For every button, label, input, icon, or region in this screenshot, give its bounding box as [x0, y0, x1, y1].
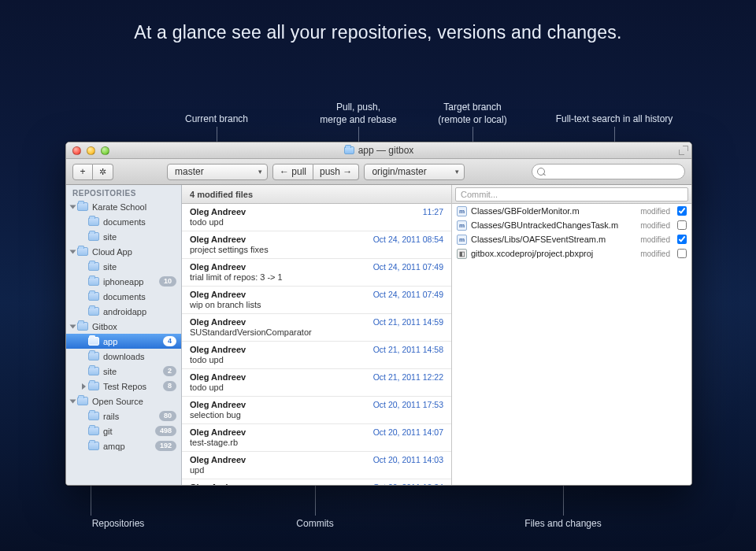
- toolbar: + ✲ master ← pull push → origin/master: [66, 159, 691, 185]
- commit-row[interactable]: Oleg Andreevwip on branch listsOct 24, 2…: [182, 287, 451, 314]
- fullscreen-icon[interactable]: [679, 146, 688, 155]
- count-badge: 8: [163, 381, 176, 391]
- commit-message: todo upd: [190, 383, 443, 392]
- callout-commits: Commits: [276, 517, 354, 530]
- file-name: Classes/GBFolderMonitor.m: [471, 206, 636, 216]
- disclosure-icon[interactable]: [70, 250, 76, 253]
- sidebar-item-label: rails: [103, 412, 159, 421]
- commit-row[interactable]: Oleg Andreevbranch listsOct 20, 2011 13:…: [182, 479, 451, 485]
- sidebar-item[interactable]: documents: [66, 214, 181, 229]
- commit-message: wip on branch lists: [190, 300, 443, 309]
- count-badge: 4: [163, 336, 176, 346]
- commit-row[interactable]: Oleg Andreevtrial limit of repos: 3 -> 1…: [182, 259, 451, 287]
- stage-checkbox[interactable]: [677, 206, 687, 216]
- sidebar-group[interactable]: Cloud App: [66, 244, 181, 259]
- sidebar-group-label: Cloud App: [92, 247, 176, 257]
- commit-time: 11:27: [423, 207, 443, 216]
- commit-message: selection bug: [190, 410, 443, 420]
- file-state: modified: [640, 207, 670, 216]
- sidebar-item[interactable]: androidapp: [66, 304, 181, 319]
- file-row[interactable]: mClasses/Libs/OAFSEventStream.mmodified: [452, 232, 691, 246]
- count-badge: 192: [155, 441, 176, 451]
- sidebar-item[interactable]: site: [66, 259, 181, 274]
- branch-select[interactable]: master: [167, 164, 268, 180]
- sidebar-item[interactable]: amqp192: [66, 438, 181, 453]
- commit-message: todo upd: [190, 355, 443, 364]
- sidebar-item-label: downloads: [103, 352, 176, 361]
- sidebar-item[interactable]: git498: [66, 423, 181, 438]
- commit-message: test-stage.rb: [190, 438, 443, 447]
- file-icon: m: [457, 206, 467, 216]
- disclosure-icon[interactable]: [70, 205, 76, 209]
- sidebar-item[interactable]: downloads: [66, 349, 181, 364]
- settings-button[interactable]: ✲: [93, 164, 113, 180]
- callout-repositories: Repositories: [75, 517, 161, 530]
- disclosure-icon[interactable]: [70, 399, 76, 403]
- file-state: modified: [640, 235, 670, 244]
- sidebar-item-label: site: [103, 232, 176, 242]
- file-name: Classes/Libs/OAFSEventStream.m: [471, 235, 636, 244]
- disclosure-icon[interactable]: [70, 324, 76, 328]
- commit-time: Oct 24, 2011 07:49: [373, 290, 443, 299]
- commit-time: Oct 21, 2011 12:22: [373, 372, 443, 382]
- callout-search: Full-text search in all history: [532, 113, 697, 125]
- callout-current-branch: Current branch: [165, 113, 268, 125]
- commit-message: todo upd: [190, 217, 443, 227]
- commit-row[interactable]: Oleg AndreevupdOct 20, 2011 14:03: [182, 452, 451, 479]
- sidebar-item[interactable]: Test Repos8: [66, 379, 181, 394]
- sidebar-item[interactable]: site2: [66, 364, 181, 379]
- sidebar-group[interactable]: Gitbox: [66, 319, 181, 334]
- file-row[interactable]: ◧gitbox.xcodeproj/project.pbxprojmodifie…: [452, 246, 691, 261]
- sidebar-item[interactable]: rails80: [66, 409, 181, 423]
- commit-row[interactable]: Oleg Andreevtodo updOct 21, 2011 14:58: [182, 342, 451, 369]
- sidebar-group[interactable]: Open Source: [66, 394, 181, 409]
- pull-button[interactable]: ← pull: [272, 164, 313, 180]
- sidebar-item[interactable]: site: [66, 229, 181, 244]
- file-state: modified: [640, 250, 670, 258]
- sidebar-item-label: git: [103, 427, 155, 436]
- folder-icon: [88, 307, 99, 316]
- stage-checkbox[interactable]: [677, 220, 687, 230]
- callout-target-branch: Target branch (remote or local): [421, 101, 524, 126]
- sidebar-item[interactable]: app4: [66, 334, 181, 349]
- commit-message: upd: [190, 465, 443, 475]
- stage-checkbox[interactable]: [677, 249, 687, 258]
- commit-time: Oct 21, 2011 14:58: [373, 345, 443, 354]
- sidebar-item-label: documents: [103, 292, 176, 301]
- file-icon: m: [457, 220, 467, 231]
- commit-time: Oct 21, 2011 14:59: [373, 317, 443, 327]
- sidebar-item[interactable]: iphoneapp10: [66, 274, 181, 289]
- file-row[interactable]: mClasses/GBUntrackedChangesTask.mmodifie…: [452, 218, 691, 232]
- file-name: Classes/GBUntrackedChangesTask.m: [471, 220, 636, 230]
- callout-pull-push: Pull, push, merge and rebase: [311, 101, 406, 126]
- commit-row[interactable]: Oleg Andreevproject settings fixesOct 24…: [182, 231, 451, 259]
- sidebar-group[interactable]: Karate School: [66, 199, 181, 214]
- commit-row[interactable]: Oleg Andreevtest-stage.rbOct 20, 2011 14…: [182, 424, 451, 452]
- sidebar-item-label: site: [103, 262, 176, 272]
- push-button[interactable]: push →: [313, 164, 359, 180]
- sidebar-group-label: Gitbox: [92, 322, 176, 331]
- file-row[interactable]: mClasses/GBFolderMonitor.mmodified: [452, 204, 691, 218]
- stage-checkbox[interactable]: [677, 235, 687, 244]
- search-input[interactable]: [532, 164, 685, 179]
- commit-row[interactable]: Oleg Andreevtodo upd11:27: [182, 204, 451, 231]
- commit-message: SUStandardVersionComparator: [190, 327, 443, 337]
- sidebar-item[interactable]: documents: [66, 289, 181, 304]
- target-branch-select[interactable]: origin/master: [364, 164, 465, 180]
- folder-icon: [88, 337, 99, 346]
- commit-message-input[interactable]: Commit...: [455, 187, 688, 202]
- disclosure-icon[interactable]: [82, 383, 86, 390]
- folder-icon: [344, 146, 354, 154]
- sidebar: REPOSITORIES Karate SchooldocumentssiteC…: [66, 185, 182, 485]
- folder-icon: [77, 322, 88, 331]
- titlebar[interactable]: app — gitbox: [66, 142, 691, 159]
- folder-icon: [88, 292, 99, 301]
- commit-row[interactable]: Oleg Andreevselection bugOct 20, 2011 17…: [182, 397, 451, 424]
- sidebar-group-label: Karate School: [92, 202, 176, 212]
- sidebar-item-label: app: [103, 337, 163, 346]
- commit-row[interactable]: Oleg AndreevSUStandardVersionComparatorO…: [182, 314, 451, 342]
- commit-row[interactable]: Oleg Andreevtodo updOct 21, 2011 12:22: [182, 369, 451, 397]
- add-button[interactable]: +: [72, 164, 93, 180]
- folder-icon: [88, 277, 99, 286]
- app-window: app — gitbox + ✲ master ← pull push → or…: [65, 142, 692, 486]
